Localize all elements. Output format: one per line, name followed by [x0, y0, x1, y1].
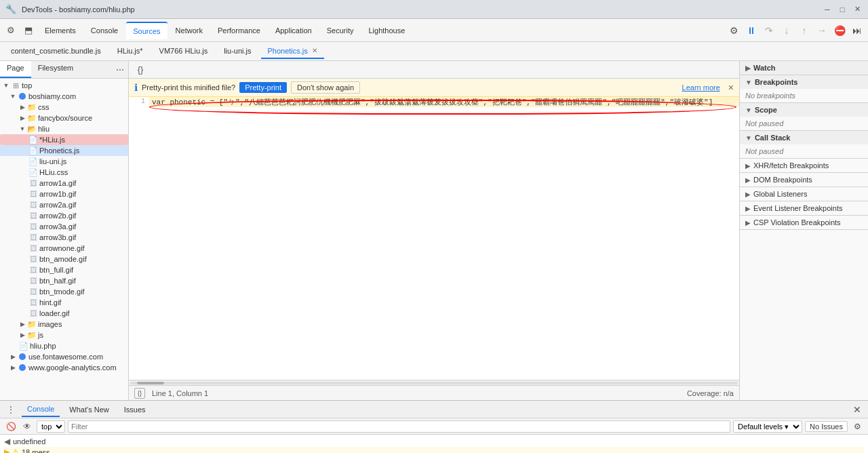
nav-tab-security[interactable]: Security: [320, 22, 361, 39]
tree-item-hliujs[interactable]: 📄 *HLiu.js: [0, 134, 128, 145]
gif-icon-btn-half: 🖼: [28, 276, 38, 285]
tree-item-arrow1a[interactable]: 🖼 arrow1a.gif: [0, 178, 128, 189]
scrollbar-track: [130, 382, 738, 385]
breakpoints-header[interactable]: ▼ Breakpoints: [740, 75, 868, 89]
filter-input[interactable]: [68, 420, 730, 433]
csp-expand[interactable]: ▶ CSP Violation Breakpoints: [740, 216, 868, 229]
console-tab-whatsnew[interactable]: What's New: [64, 403, 114, 416]
minimize-button[interactable]: ─: [822, 4, 833, 15]
file-icon-hliu-css: 📄: [28, 168, 38, 177]
tree-item-js[interactable]: ▶ 📁 js: [0, 330, 128, 340]
scope-header[interactable]: ▼ Scope: [740, 103, 868, 117]
level-selector[interactable]: Default levels ▾: [733, 420, 802, 433]
context-selector[interactable]: top: [37, 420, 65, 433]
source-tab-liu-uni[interactable]: liu-uni.js: [217, 44, 258, 59]
source-tab-phonetics[interactable]: Phonetics.js ✕: [261, 44, 324, 59]
close-tab-icon[interactable]: ✕: [312, 47, 317, 54]
tree-item-hliu-php[interactable]: 📄 hliu.php: [0, 340, 128, 351]
console-icon-btn[interactable]: ⋮: [4, 403, 18, 416]
nav-tab-elements[interactable]: Elements: [38, 22, 83, 39]
tree-item-arrow2a[interactable]: 🖼 arrow2a.gif: [0, 199, 128, 210]
tree-item-images[interactable]: ▶ 📁 images: [0, 319, 128, 330]
source-tab-vm766[interactable]: VM766 HLiu.js: [153, 44, 215, 59]
pretty-print-code-btn[interactable]: {}: [133, 62, 148, 77]
status-icon: {}: [134, 388, 145, 399]
tree-item-arrow3b[interactable]: 🖼 arrow3b.gif: [0, 232, 128, 243]
console-tab-issues[interactable]: Issues: [119, 403, 151, 416]
console-settings-icon[interactable]: ⚙: [850, 420, 864, 433]
sidebar-tab-page[interactable]: Page: [0, 61, 31, 78]
watch-section: ▶ Watch: [740, 61, 868, 75]
tree-item-arrow3a[interactable]: 🖼 arrow3a.gif: [0, 221, 128, 232]
tree-item-phonetics[interactable]: 📄 Phonetics.js: [0, 145, 128, 156]
tree-item-loader[interactable]: 🖼 loader.gif: [0, 308, 128, 319]
step-out-icon[interactable]: ↑: [796, 22, 812, 39]
nav-tab-lighthouse[interactable]: Lighthouse: [361, 22, 412, 39]
source-tab-content-cosmetic[interactable]: content_cosmetic.bundle.js: [4, 44, 108, 59]
tree-item-css[interactable]: ▶ 📁 css: [0, 102, 128, 113]
tree-label-css: css: [38, 103, 50, 111]
tree-item-liu-uni[interactable]: 📄 liu-uni.js: [0, 156, 128, 167]
tree-item-hint[interactable]: 🖼 hint.gif: [0, 297, 128, 308]
watch-header[interactable]: ▶ Watch: [740, 61, 868, 75]
settings-icon[interactable]: ⚙: [726, 22, 742, 39]
call-stack-header[interactable]: ▼ Call Stack: [740, 131, 868, 144]
sidebar-tab-filesystem[interactable]: Filesystem: [31, 61, 81, 78]
tree-item-fontawesome[interactable]: ▶ use.fontawesome.com: [0, 351, 128, 362]
tree-item-google-analytics[interactable]: ▶ www.google-analytics.com: [0, 362, 128, 373]
tree-item-arrownone[interactable]: 🖼 arrownone.gif: [0, 243, 128, 254]
code-line-1: 1 var phonetic = ["ㄅ","八細芭芭芭粑訶肥肥仇機機肥肥厤",…: [129, 97, 739, 108]
notification-close-icon[interactable]: ×: [728, 82, 734, 93]
nav-tab-settings[interactable]: ⚙: [3, 22, 19, 38]
tree-item-boshiamy[interactable]: ▼ boshiamy.com: [0, 91, 128, 102]
tree-item-btn-amode[interactable]: 🖼 btn_amode.gif: [0, 254, 128, 264]
file-icon-hliu-php: 📄: [19, 341, 28, 351]
console-eye-icon[interactable]: 👁: [20, 420, 34, 433]
close-console-button[interactable]: ✕: [850, 403, 864, 416]
console-tab-console[interactable]: Console: [22, 402, 60, 417]
dont-show-again-button[interactable]: Don't show again: [291, 81, 360, 94]
deactivate-breakpoints-icon[interactable]: ⛔: [831, 22, 848, 39]
nav-tab-application[interactable]: Application: [269, 22, 319, 39]
source-tab-hliujs-star[interactable]: HLiu.js*: [111, 44, 150, 59]
nav-tab-sources[interactable]: Sources: [126, 22, 167, 39]
clear-console-icon[interactable]: 🚫: [4, 420, 18, 433]
xhr-expand[interactable]: ▶ XHR/fetch Breakpoints: [740, 159, 868, 172]
nav-tab-console[interactable]: Console: [84, 22, 125, 39]
tree-item-top[interactable]: ▼ ⊞ top: [0, 80, 128, 91]
tree-item-btn-half[interactable]: 🖼 btn_half.gif: [0, 275, 128, 286]
step-into-icon[interactable]: ↓: [778, 22, 795, 39]
step-over-icon[interactable]: ↷: [761, 22, 777, 39]
code-scrollbar[interactable]: [129, 380, 739, 385]
dont-pause-icon[interactable]: ⏭: [849, 22, 865, 39]
tree-item-hliu-css[interactable]: 📄 HLiu.css: [0, 167, 128, 178]
close-button[interactable]: ✕: [852, 4, 863, 15]
tree-item-btn-full[interactable]: 🖼 btn_full.gif: [0, 264, 128, 275]
issues-button[interactable]: No Issues: [805, 421, 848, 432]
step-icon[interactable]: →: [814, 22, 830, 39]
global-section: ▶ Global Listeners: [740, 187, 868, 201]
global-expand[interactable]: ▶ Global Listeners: [740, 187, 868, 201]
tree-item-arrow1b[interactable]: 🖼 arrow1b.gif: [0, 189, 128, 199]
nav-tab-performance[interactable]: Performance: [211, 22, 267, 39]
nav-tab-network[interactable]: Network: [169, 22, 210, 39]
maximize-button[interactable]: □: [837, 4, 848, 15]
tree-item-fancybox[interactable]: ▶ 📁 fancybox/source: [0, 113, 128, 123]
sidebar-overflow-icon[interactable]: ⋯: [112, 61, 128, 78]
tree-item-btn-tmode[interactable]: 🖼 btn_tmode.gif: [0, 286, 128, 297]
learn-more-link[interactable]: Learn more: [682, 83, 720, 92]
gif-icon-btn-full: 🖼: [28, 265, 38, 275]
event-listener-section: ▶ Event Listener Breakpoints: [740, 201, 868, 216]
tree-item-arrow2b[interactable]: 🖼 arrow2b.gif: [0, 210, 128, 221]
event-listener-expand[interactable]: ▶ Event Listener Breakpoints: [740, 201, 868, 215]
gif-icon-arrow2b: 🖼: [28, 211, 38, 220]
pretty-print-button[interactable]: Pretty-print: [239, 82, 287, 93]
tree-item-hliu[interactable]: ▼ 📂 hliu: [0, 123, 128, 134]
tree-label-arrow3b: arrow3b.gif: [39, 233, 76, 241]
scrollbar-thumb[interactable]: [137, 382, 164, 385]
nav-tab-dock[interactable]: ⬒: [20, 22, 37, 38]
dom-expand[interactable]: ▶ DOM Breakpoints: [740, 173, 868, 186]
scope-arrow: ▼: [745, 106, 752, 114]
pause-debug-icon[interactable]: ⏸: [743, 22, 760, 39]
file-tree: ▼ ⊞ top ▼ boshiamy.com ▶ 📁 css ▶ 📁 fancy…: [0, 79, 128, 400]
